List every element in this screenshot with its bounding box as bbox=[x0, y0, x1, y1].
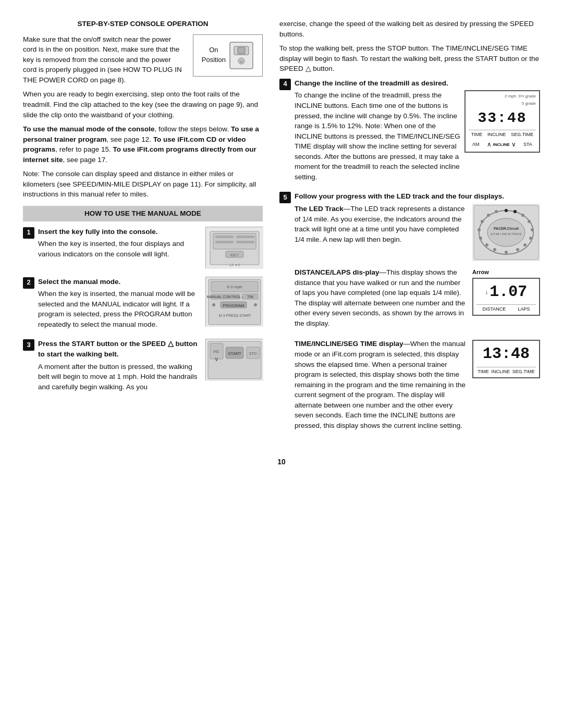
incline-up-icon: ∨ bbox=[511, 140, 516, 149]
svg-point-53 bbox=[485, 243, 488, 246]
step-5: 5 Follow your progress with the LED trac… bbox=[279, 191, 540, 441]
incline-label-incline: INCLINE bbox=[487, 131, 506, 138]
bold-para: To use the manual mode of the console, f… bbox=[23, 124, 263, 165]
svg-rect-11 bbox=[236, 236, 254, 238]
distance-labels: DISTANCE LAPS bbox=[476, 306, 536, 313]
svg-point-58 bbox=[495, 210, 498, 213]
pacer-circuit-image: PACER.Circuit 1/4 MI / 400 M TRACK bbox=[472, 204, 540, 261]
svg-rect-12 bbox=[215, 241, 234, 243]
distance-display-value: 1.07 bbox=[489, 281, 527, 304]
step-2-content: 6.0 mph MANUAL CONTROL ● TIM PROGRAM bbox=[38, 277, 263, 334]
svg-text:TIM: TIM bbox=[247, 295, 253, 299]
step-3: 3 INC ∨ bbox=[23, 339, 263, 396]
right-column: exercise, change the speed of the walkin… bbox=[279, 19, 540, 446]
svg-point-57 bbox=[487, 214, 490, 217]
page-number: 10 bbox=[23, 456, 540, 467]
svg-text:1/4 MI / 400 M TRACK: 1/4 MI / 400 M TRACK bbox=[491, 232, 522, 236]
intro-para-2: When you are ready to begin exercising, … bbox=[23, 89, 263, 120]
incline-display: 2 mph 3½ grade 5 grade 33:48 TIME INCLIN… bbox=[464, 90, 540, 152]
incline-button-label: INCLINE bbox=[493, 142, 510, 148]
intro-section: On Position ○ Ma bbox=[23, 34, 263, 125]
time-labels: TIME INCLINE SEG.TIME bbox=[476, 368, 536, 375]
incline-label-seg: SEG.TIME bbox=[511, 131, 533, 138]
left-column: STEP-BY-STEP CONSOLE OPERATION On Positi… bbox=[23, 19, 263, 446]
step-1-number: 1 bbox=[23, 227, 34, 239]
svg-point-55 bbox=[478, 228, 481, 231]
svg-point-52 bbox=[493, 248, 496, 251]
step-by-step-heading: STEP-BY-STEP CONSOLE OPERATION bbox=[23, 19, 263, 29]
svg-point-47 bbox=[531, 228, 534, 231]
svg-text:○: ○ bbox=[240, 59, 243, 64]
step-4-title: Change the incline of the treadmill as d… bbox=[295, 78, 540, 89]
svg-rect-10 bbox=[215, 236, 234, 238]
distance-label: DISTANCE bbox=[483, 306, 506, 313]
svg-rect-2 bbox=[238, 47, 245, 54]
step-5-title: Follow your progress with the LED track … bbox=[295, 191, 540, 202]
svg-point-51 bbox=[505, 251, 508, 254]
svg-text:MANUAL CONTROL ●: MANUAL CONTROL ● bbox=[207, 295, 244, 299]
svg-point-50 bbox=[516, 248, 519, 251]
incline-label-time: TIME bbox=[471, 131, 483, 138]
time-body: TIME/INCLINE/SEG TIME display—When the m… bbox=[295, 339, 468, 430]
step-4-content: Change the incline of the treadmill as d… bbox=[295, 78, 540, 187]
right-intro-2: To stop the walking belt, press the STOP… bbox=[279, 43, 540, 74]
incline-right-label: STA bbox=[523, 141, 532, 148]
step-1: 1 KEY bbox=[23, 227, 263, 272]
svg-text:PROGRAM: PROGRAM bbox=[223, 303, 244, 308]
incline-down-icon: ∧ bbox=[487, 140, 492, 149]
step-3-content: INC ∨ START STO Press the S bbox=[38, 339, 263, 396]
incline-display-labels: TIME INCLINE SEG.TIME bbox=[469, 131, 536, 138]
svg-text:PACER.Circuit: PACER.Circuit bbox=[494, 227, 519, 230]
console-start-image: INC ∨ START STO bbox=[205, 339, 263, 380]
led-track-section: The LED Track—The LED track represents a… bbox=[295, 204, 540, 261]
distance-body: DISTANCE/LAPS dis-play—This display show… bbox=[295, 267, 467, 328]
step-3-number: 3 bbox=[23, 339, 34, 351]
incline-time-label: INCLINE bbox=[491, 368, 510, 375]
incline-display-value: 33:48 bbox=[469, 108, 536, 131]
console-program-image: 6.0 mph MANUAL CONTROL ● TIM PROGRAM bbox=[205, 277, 263, 326]
distance-display: Arrow ↓ 1.07 DISTANCE LAPS bbox=[472, 268, 540, 316]
console-key-image: KEY 1A ▼0 bbox=[205, 227, 263, 268]
on-label: On bbox=[202, 45, 226, 55]
seg-time-label: SEG.TIME bbox=[512, 368, 535, 375]
led-track-body: The LED Track—The LED track represents a… bbox=[295, 204, 467, 244]
svg-text:START: START bbox=[228, 351, 241, 356]
svg-point-27 bbox=[254, 303, 257, 306]
page: STEP-BY-STEP CONSOLE OPERATION On Positi… bbox=[0, 0, 563, 728]
svg-point-26 bbox=[212, 303, 215, 306]
laps-label: LAPS bbox=[518, 306, 530, 313]
svg-point-54 bbox=[479, 237, 482, 240]
arrow-label: Arrow bbox=[472, 268, 540, 277]
down-arrow-icon: ↓ bbox=[485, 288, 488, 297]
svg-point-56 bbox=[481, 220, 484, 223]
incline-small-label-1: 2 mph bbox=[505, 93, 516, 100]
svg-text:INC: INC bbox=[213, 350, 219, 353]
svg-point-59 bbox=[505, 209, 508, 212]
step-2: 2 6.0 mph bbox=[23, 277, 263, 334]
time-label: TIME bbox=[478, 368, 489, 375]
svg-point-48 bbox=[529, 237, 532, 240]
time-display-value: 13:48 bbox=[476, 343, 536, 367]
power-switch-icon: ○ bbox=[229, 41, 254, 70]
step-4-body: To change the incline of the treadmill, … bbox=[295, 90, 460, 182]
step-5-number: 5 bbox=[279, 192, 291, 203]
svg-point-45 bbox=[521, 214, 524, 217]
incline-small-label-2: 3½ grade bbox=[518, 93, 536, 100]
time-display: 13:48 TIME INCLINE SEG.TIME bbox=[472, 340, 540, 378]
svg-text:M 3 PRESS START: M 3 PRESS START bbox=[219, 314, 251, 317]
step-2-number: 2 bbox=[23, 277, 34, 289]
distance-laps-section: DISTANCE/LAPS dis-play—This display show… bbox=[295, 267, 540, 332]
svg-text:KEY: KEY bbox=[230, 253, 239, 257]
right-intro-1: exercise, change the speed of the walkin… bbox=[279, 19, 540, 39]
step-5-content: Follow your progress with the LED track … bbox=[295, 191, 540, 441]
svg-rect-13 bbox=[236, 241, 254, 243]
svg-point-49 bbox=[523, 243, 527, 246]
step-4: 4 Change the incline of the treadmill as… bbox=[279, 78, 540, 187]
svg-point-60 bbox=[513, 210, 517, 213]
svg-text:∨: ∨ bbox=[214, 355, 219, 363]
svg-text:1A  ▼0: 1A ▼0 bbox=[229, 263, 240, 267]
position-label: Position bbox=[202, 55, 226, 65]
incline-small-label-3: 5 grade bbox=[522, 101, 536, 107]
manual-mode-heading: HOW TO USE THE MANUAL MODE bbox=[23, 206, 263, 221]
svg-text:6.0 mph: 6.0 mph bbox=[227, 285, 242, 289]
